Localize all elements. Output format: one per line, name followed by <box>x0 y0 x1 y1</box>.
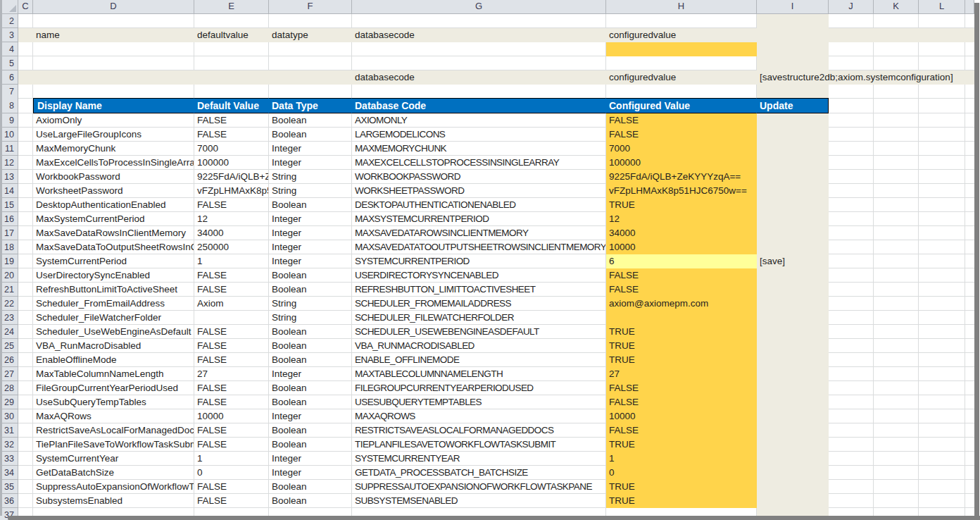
cell-H35[interactable]: TRUE <box>606 480 757 494</box>
cell-L4[interactable] <box>919 42 965 56</box>
column-header-L[interactable]: L <box>919 0 965 14</box>
cell-M24[interactable] <box>965 325 974 339</box>
cell-J15[interactable] <box>829 198 874 212</box>
cell-H16[interactable]: 12 <box>606 212 757 226</box>
cell-J28[interactable] <box>829 381 874 395</box>
cell-L35[interactable] <box>919 480 965 494</box>
row-header-2[interactable]: 2 <box>0 14 18 28</box>
cell-D22[interactable]: Scheduler_FromEmailAddress <box>33 297 194 311</box>
cell-C10[interactable] <box>18 128 33 142</box>
column-header-I[interactable]: I <box>757 0 829 14</box>
cell-D24[interactable]: Scheduler_UseWebEngineAsDefault <box>33 325 194 339</box>
row-header-14[interactable]: 14 <box>0 184 18 198</box>
cell-D7[interactable] <box>33 85 194 99</box>
cell-L28[interactable] <box>919 381 965 395</box>
cell-K15[interactable] <box>874 198 919 212</box>
cell-J10[interactable] <box>829 128 874 142</box>
cell-J20[interactable] <box>829 268 874 283</box>
cell-L33[interactable] <box>919 452 965 466</box>
cell-F12[interactable]: Integer <box>269 156 352 170</box>
cell-G29[interactable]: USESUBQUERYTEMPTABLES <box>352 395 606 409</box>
row-header-33[interactable]: 33 <box>0 452 18 466</box>
cell-L8[interactable] <box>919 98 965 113</box>
cell-L7[interactable] <box>919 85 965 99</box>
cell-J12[interactable] <box>829 156 874 170</box>
cell-G28[interactable]: FILEGROUPCURRENTYEARPERIODUSED <box>352 381 606 395</box>
cell-F10[interactable]: Boolean <box>269 128 352 142</box>
cell-E11[interactable]: 7000 <box>194 142 269 156</box>
cell-H20[interactable]: FALSE <box>606 268 757 283</box>
cell-K19[interactable] <box>874 254 919 268</box>
cell-C22[interactable] <box>18 297 33 311</box>
cell-G9[interactable]: AXIOMONLY <box>352 113 606 128</box>
cell-J35[interactable] <box>829 480 874 494</box>
cell-K3[interactable] <box>874 28 919 42</box>
cell-E12[interactable]: 100000 <box>194 156 269 170</box>
cell-I11[interactable] <box>757 142 829 156</box>
cell-K11[interactable] <box>874 142 919 156</box>
cell-M26[interactable] <box>965 353 974 367</box>
cell-L5[interactable] <box>919 56 965 70</box>
cell-C19[interactable] <box>18 254 33 268</box>
cell-I35[interactable] <box>757 480 829 494</box>
cell-G15[interactable]: DESKTOPAUTHENTICATIONENABLED <box>352 198 606 212</box>
cell-K22[interactable] <box>874 297 919 311</box>
cell-M27[interactable] <box>965 367 974 381</box>
cell-E6[interactable] <box>194 70 269 85</box>
cell-H10[interactable]: FALSE <box>606 128 757 142</box>
cell-C7[interactable] <box>18 85 33 99</box>
cell-F20[interactable]: Boolean <box>269 268 352 283</box>
cell-F6[interactable] <box>269 70 352 85</box>
cell-F15[interactable]: Boolean <box>269 198 352 212</box>
cell-J8[interactable] <box>829 98 874 113</box>
cell-G17[interactable]: MAXSAVEDATAROWSINCLIENTMEMORY <box>352 226 606 240</box>
cell-I34[interactable] <box>757 466 829 480</box>
row-header-6[interactable]: 6 <box>0 70 18 85</box>
cell-K27[interactable] <box>874 367 919 381</box>
cell-C35[interactable] <box>18 480 33 494</box>
cell-D36[interactable]: SubsystemsEnabled <box>33 494 194 508</box>
cell-D19[interactable]: SystemCurrentPeriod <box>33 254 194 268</box>
cell-L24[interactable] <box>919 325 965 339</box>
cell-I18[interactable] <box>757 240 829 254</box>
cell-L31[interactable] <box>919 423 965 438</box>
cell-L29[interactable] <box>919 395 965 409</box>
cell-I6[interactable]: [savestructure2db;axiom.systemconfigurat… <box>757 70 829 85</box>
cell-F13[interactable]: String <box>269 170 352 184</box>
cell-L14[interactable] <box>919 184 965 198</box>
cell-M3[interactable] <box>965 28 974 42</box>
cell-D16[interactable]: MaxSystemCurrentPeriod <box>33 212 194 226</box>
cell-C30[interactable] <box>18 409 33 423</box>
cell-F34[interactable]: Integer <box>269 466 352 480</box>
cell-I36[interactable] <box>757 494 829 508</box>
cell-K17[interactable] <box>874 226 919 240</box>
cell-G3[interactable]: databasecode <box>352 28 606 42</box>
cell-L34[interactable] <box>919 466 965 480</box>
cell-J25[interactable] <box>829 339 874 353</box>
cell-M32[interactable] <box>965 438 974 452</box>
cell-G18[interactable]: MAXSAVEDATATOOUTPUTSHEETROWSINCLIENTMEMO… <box>352 240 606 254</box>
cell-M2[interactable] <box>965 14 974 28</box>
cell-F30[interactable]: Integer <box>269 409 352 423</box>
cell-G6[interactable]: databasecode <box>352 70 606 85</box>
cell-K34[interactable] <box>874 466 919 480</box>
cell-K36[interactable] <box>874 494 919 508</box>
cell-C25[interactable] <box>18 339 33 353</box>
cell-L16[interactable] <box>919 212 965 226</box>
cell-M4[interactable] <box>965 42 974 56</box>
cell-H32[interactable]: TRUE <box>606 438 757 452</box>
cell-L22[interactable] <box>919 297 965 311</box>
cell-E32[interactable]: FALSE <box>194 438 269 452</box>
cell-H24[interactable]: TRUE <box>606 325 757 339</box>
cell-K35[interactable] <box>874 480 919 494</box>
cell-C9[interactable] <box>18 113 33 128</box>
cell-L32[interactable] <box>919 438 965 452</box>
cell-I2[interactable] <box>757 14 829 28</box>
cell-F33[interactable]: Integer <box>269 452 352 466</box>
cell-D8[interactable]: Display Name <box>33 98 194 113</box>
cell-L2[interactable] <box>919 14 965 28</box>
cell-E29[interactable]: FALSE <box>194 395 269 409</box>
cell-E3[interactable]: defaultvalue <box>194 28 269 42</box>
cell-K31[interactable] <box>874 423 919 438</box>
cell-K9[interactable] <box>874 113 919 128</box>
